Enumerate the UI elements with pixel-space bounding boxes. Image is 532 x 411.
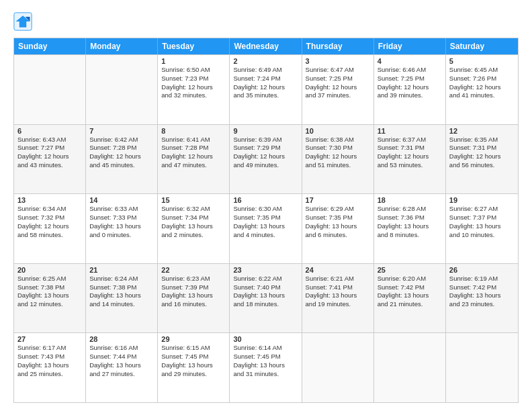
cell-info-line: and 29 minutes. xyxy=(161,370,226,379)
cell-info-line: Daylight: 13 hours xyxy=(306,291,370,300)
calendar-cell: 25Sunrise: 6:20 AMSunset: 7:42 PMDayligh… xyxy=(374,264,446,333)
day-number: 24 xyxy=(306,266,370,274)
cell-info-line: and 49 minutes. xyxy=(233,161,298,170)
day-number: 8 xyxy=(161,127,226,135)
calendar-cell: 22Sunrise: 6:23 AMSunset: 7:39 PMDayligh… xyxy=(158,264,230,333)
calendar-cell: 16Sunrise: 6:30 AMSunset: 7:35 PMDayligh… xyxy=(230,194,302,263)
cell-info-line: Sunset: 7:32 PM xyxy=(17,214,82,222)
calendar-cell: 2Sunrise: 6:49 AMSunset: 7:24 PMDaylight… xyxy=(230,55,302,124)
calendar-cell: 18Sunrise: 6:28 AMSunset: 7:36 PMDayligh… xyxy=(374,194,446,263)
cell-info-line: and 45 minutes. xyxy=(89,161,154,170)
cell-info-line: Daylight: 13 hours xyxy=(89,222,154,231)
header-day-monday: Monday xyxy=(86,38,158,54)
calendar-row: 13Sunrise: 6:34 AMSunset: 7:32 PMDayligh… xyxy=(14,193,518,263)
calendar-cell: 7Sunrise: 6:42 AMSunset: 7:28 PMDaylight… xyxy=(86,125,158,194)
cell-info-line: Sunrise: 6:46 AM xyxy=(378,66,442,75)
day-number: 23 xyxy=(233,266,298,274)
calendar-cell: 4Sunrise: 6:46 AMSunset: 7:25 PMDaylight… xyxy=(374,55,446,124)
calendar-cell xyxy=(14,55,86,124)
cell-info-line: Sunset: 7:42 PM xyxy=(449,283,515,292)
cell-info-line: Sunrise: 6:24 AM xyxy=(89,275,154,283)
cell-info-line: Daylight: 12 hours xyxy=(89,152,154,161)
calendar-cell: 1Sunrise: 6:50 AMSunset: 7:23 PMDaylight… xyxy=(158,55,230,124)
calendar-cell: 17Sunrise: 6:29 AMSunset: 7:35 PMDayligh… xyxy=(302,194,374,263)
cell-info-line: and 14 minutes. xyxy=(89,300,154,309)
cell-info-line: Sunset: 7:42 PM xyxy=(378,283,442,292)
calendar-cell: 23Sunrise: 6:22 AMSunset: 7:40 PMDayligh… xyxy=(230,264,302,333)
calendar-cell: 11Sunrise: 6:37 AMSunset: 7:31 PMDayligh… xyxy=(374,125,446,194)
cell-info-line: Sunrise: 6:41 AM xyxy=(161,136,226,144)
cell-info-line: and 35 minutes. xyxy=(233,91,298,100)
cell-info-line: Daylight: 12 hours xyxy=(449,83,515,92)
cell-info-line: Sunrise: 6:25 AM xyxy=(17,275,82,283)
cell-info-line: Sunset: 7:23 PM xyxy=(161,75,226,83)
cell-info-line: and 51 minutes. xyxy=(306,161,370,170)
day-number: 16 xyxy=(233,196,298,204)
day-number: 14 xyxy=(89,196,154,204)
cell-info-line: and 39 minutes. xyxy=(378,91,442,100)
calendar-cell: 29Sunrise: 6:15 AMSunset: 7:45 PMDayligh… xyxy=(158,333,230,402)
cell-info-line: Sunrise: 6:49 AM xyxy=(233,66,298,75)
day-number: 7 xyxy=(89,127,154,135)
cell-info-line: Daylight: 12 hours xyxy=(306,152,370,161)
cell-info-line: Sunset: 7:25 PM xyxy=(378,75,442,83)
cell-info-line: Daylight: 13 hours xyxy=(233,291,298,300)
header-day-wednesday: Wednesday xyxy=(230,38,302,54)
calendar-cell: 13Sunrise: 6:34 AMSunset: 7:32 PMDayligh… xyxy=(14,194,86,263)
calendar-cell: 6Sunrise: 6:43 AMSunset: 7:27 PMDaylight… xyxy=(14,125,86,194)
calendar-cell: 30Sunrise: 6:14 AMSunset: 7:45 PMDayligh… xyxy=(230,333,302,402)
calendar: SundayMondayTuesdayWednesdayThursdayFrid… xyxy=(13,38,519,403)
calendar-row: 27Sunrise: 6:17 AMSunset: 7:43 PMDayligh… xyxy=(14,332,518,402)
calendar-row: 1Sunrise: 6:50 AMSunset: 7:23 PMDaylight… xyxy=(14,54,518,124)
cell-info-line: Sunset: 7:35 PM xyxy=(233,214,298,222)
cell-info-line: Sunset: 7:31 PM xyxy=(378,144,442,152)
cell-info-line: Sunset: 7:27 PM xyxy=(17,144,82,152)
calendar-cell: 24Sunrise: 6:21 AMSunset: 7:41 PMDayligh… xyxy=(302,264,374,333)
cell-info-line: Daylight: 12 hours xyxy=(378,152,442,161)
cell-info-line: Sunset: 7:25 PM xyxy=(306,75,370,83)
cell-info-line: and 41 minutes. xyxy=(449,91,515,100)
cell-info-line: Sunrise: 6:32 AM xyxy=(161,205,226,214)
cell-info-line: Sunrise: 6:29 AM xyxy=(306,205,370,214)
cell-info-line: Sunset: 7:30 PM xyxy=(306,144,370,152)
cell-info-line: Sunset: 7:40 PM xyxy=(233,283,298,292)
cell-info-line: Sunset: 7:44 PM xyxy=(89,353,154,361)
cell-info-line: and 10 minutes. xyxy=(449,231,515,240)
day-number: 28 xyxy=(89,335,154,343)
cell-info-line: Sunset: 7:37 PM xyxy=(449,214,515,222)
cell-info-line: Sunrise: 6:27 AM xyxy=(449,205,515,214)
cell-info-line: and 8 minutes. xyxy=(378,231,442,240)
day-number: 25 xyxy=(378,266,442,274)
calendar-row: 6Sunrise: 6:43 AMSunset: 7:27 PMDaylight… xyxy=(14,124,518,194)
calendar-cell: 15Sunrise: 6:32 AMSunset: 7:34 PMDayligh… xyxy=(158,194,230,263)
cell-info-line: Sunset: 7:43 PM xyxy=(17,353,82,361)
day-number: 2 xyxy=(233,57,298,65)
cell-info-line: Daylight: 13 hours xyxy=(449,291,515,300)
cell-info-line: and 58 minutes. xyxy=(17,231,82,240)
cell-info-line: Sunset: 7:28 PM xyxy=(89,144,154,152)
cell-info-line: Daylight: 13 hours xyxy=(89,291,154,300)
cell-info-line: Sunrise: 6:35 AM xyxy=(449,136,515,144)
calendar-cell: 3Sunrise: 6:47 AMSunset: 7:25 PMDaylight… xyxy=(302,55,374,124)
calendar-cell: 19Sunrise: 6:27 AMSunset: 7:37 PMDayligh… xyxy=(446,194,518,263)
cell-info-line: and 32 minutes. xyxy=(161,91,226,100)
calendar-header: SundayMondayTuesdayWednesdayThursdayFrid… xyxy=(14,38,518,54)
calendar-cell: 26Sunrise: 6:19 AMSunset: 7:42 PMDayligh… xyxy=(446,264,518,333)
day-number: 15 xyxy=(161,196,226,204)
cell-info-line: Daylight: 13 hours xyxy=(89,361,154,370)
cell-info-line: and 16 minutes. xyxy=(161,300,226,309)
calendar-cell: 28Sunrise: 6:16 AMSunset: 7:44 PMDayligh… xyxy=(86,333,158,402)
cell-info-line: Sunrise: 6:47 AM xyxy=(306,66,370,75)
cell-info-line: Daylight: 12 hours xyxy=(17,152,82,161)
calendar-cell: 14Sunrise: 6:33 AMSunset: 7:33 PMDayligh… xyxy=(86,194,158,263)
cell-info-line: Sunset: 7:38 PM xyxy=(17,283,82,292)
logo-icon xyxy=(13,12,32,31)
cell-info-line: and 18 minutes. xyxy=(233,300,298,309)
day-number: 29 xyxy=(161,335,226,343)
calendar-cell: 9Sunrise: 6:39 AMSunset: 7:29 PMDaylight… xyxy=(230,125,302,194)
cell-info-line: Sunrise: 6:19 AM xyxy=(449,275,515,283)
cell-info-line: Sunset: 7:33 PM xyxy=(89,214,154,222)
day-number: 26 xyxy=(449,266,515,274)
cell-info-line: Daylight: 13 hours xyxy=(17,291,82,300)
calendar-cell: 20Sunrise: 6:25 AMSunset: 7:38 PMDayligh… xyxy=(14,264,86,333)
